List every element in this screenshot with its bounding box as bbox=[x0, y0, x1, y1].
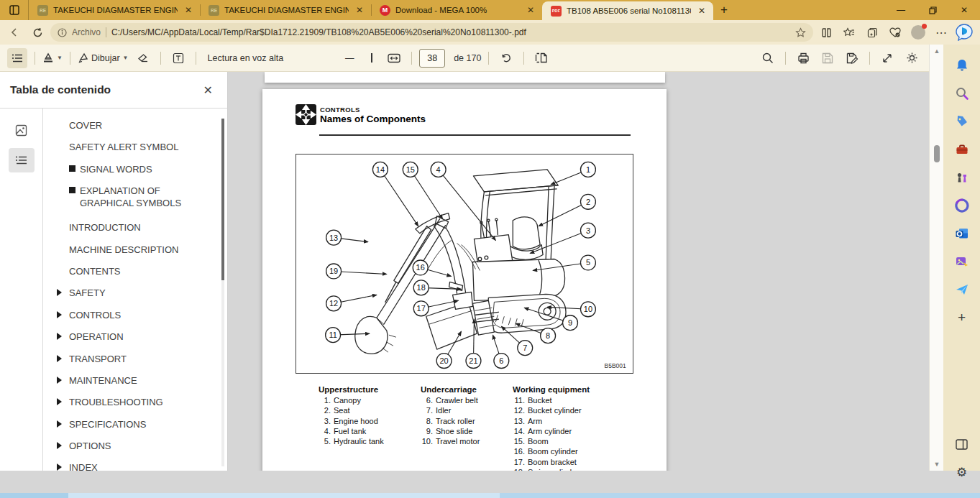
pdf-viewport[interactable]: CONTROLS Names of Components bbox=[228, 72, 929, 471]
refresh-button[interactable] bbox=[27, 23, 47, 42]
draw-button[interactable]: Dibujar ▼ bbox=[78, 48, 129, 68]
expand-arrow-icon[interactable] bbox=[57, 311, 62, 318]
sidebar-search-icon[interactable] bbox=[954, 86, 970, 101]
print-button[interactable] bbox=[793, 48, 813, 68]
highlight-button[interactable]: ▼ bbox=[42, 48, 63, 68]
read-aloud-button[interactable]: Lectura en voz alta bbox=[203, 48, 288, 68]
minimize-button[interactable]: — bbox=[885, 0, 917, 20]
expand-arrow-icon[interactable] bbox=[57, 289, 62, 296]
tab-actions-icon bbox=[9, 5, 19, 15]
microsoft-365-icon[interactable] bbox=[954, 198, 970, 213]
expand-arrow-icon[interactable] bbox=[57, 442, 62, 449]
erase-button[interactable] bbox=[133, 48, 153, 68]
more-menu-button[interactable]: ⋯ bbox=[931, 23, 951, 42]
toc-item-troubleshooting[interactable]: TROUBLESHOOTING bbox=[69, 394, 220, 415]
expand-arrow-icon[interactable] bbox=[57, 398, 62, 405]
toc-item-transport[interactable]: TRANSPORT bbox=[69, 351, 220, 372]
upperstructure-list: Upperstructure 1.Canopy 2.Seat 3.Engine … bbox=[319, 385, 384, 446]
tab-close-icon[interactable]: ✕ bbox=[183, 5, 194, 15]
square-bullet-icon bbox=[69, 187, 75, 193]
page-number-input[interactable] bbox=[419, 49, 445, 68]
toc-item-index[interactable]: INDEX bbox=[69, 459, 220, 471]
tab-takeuchi-2[interactable]: RE TAKEUCHI DIAGMASTER ENGINE ✕ bbox=[200, 0, 371, 20]
tab-close-icon[interactable]: ✕ bbox=[696, 6, 707, 16]
expand-arrow-icon[interactable] bbox=[57, 355, 62, 362]
pdf-scrollbar[interactable]: ▲ ▼ bbox=[929, 45, 943, 471]
toc-scrollbar[interactable] bbox=[221, 119, 224, 466]
toc-close-button[interactable]: ✕ bbox=[203, 83, 213, 97]
save-button[interactable] bbox=[818, 48, 838, 68]
toc-item-options[interactable]: OPTIONS bbox=[69, 438, 220, 459]
pdf-settings-button[interactable] bbox=[902, 48, 922, 68]
toc-item-safety-alert-symbol[interactable]: SAFETY ALERT SYMBOL bbox=[69, 139, 220, 160]
outlook-icon[interactable] bbox=[954, 226, 970, 241]
tab-actions-menu-button[interactable] bbox=[0, 0, 29, 20]
scroll-down-arrow[interactable]: ▼ bbox=[930, 461, 944, 468]
restore-button[interactable] bbox=[917, 0, 948, 20]
favorites-button[interactable] bbox=[839, 23, 859, 42]
image-creator-icon[interactable] bbox=[954, 254, 970, 269]
sidebar-settings-button[interactable]: ⚙ bbox=[954, 464, 970, 480]
tab-mega-download[interactable]: M Download - MEGA 100% ✕ bbox=[371, 0, 542, 20]
sidebar-panel-button[interactable] bbox=[954, 436, 970, 452]
table-of-contents-icon bbox=[12, 53, 23, 63]
add-text-button[interactable] bbox=[168, 48, 188, 68]
games-chess-icon[interactable] bbox=[954, 170, 970, 185]
sidebar-add-button[interactable]: + bbox=[954, 310, 970, 326]
toc-item-maintenance[interactable]: MAINTENANCE bbox=[69, 372, 220, 394]
scrollbar-thumb[interactable] bbox=[934, 145, 940, 162]
favorite-star-icon[interactable] bbox=[795, 27, 806, 38]
close-window-button[interactable]: ✕ bbox=[948, 0, 980, 20]
tab-pdf-active[interactable]: PDF TB108 AB5E006 serial No1081130 ✕ bbox=[542, 1, 713, 20]
tab-title: TB108 AB5E006 serial No1081130 bbox=[567, 6, 691, 15]
bing-copilot-button[interactable] bbox=[954, 23, 974, 42]
split-screen-button[interactable] bbox=[816, 23, 836, 42]
new-tab-button[interactable]: + bbox=[713, 0, 735, 20]
address-bar[interactable]: Archivo C:/Users/MC/AppData/Local/Temp/R… bbox=[50, 23, 813, 42]
collections-button[interactable] bbox=[862, 23, 882, 42]
rotate-button[interactable] bbox=[496, 48, 516, 68]
shopping-tag-icon[interactable] bbox=[954, 114, 970, 129]
toc-item-specifications[interactable]: SPECIFICATIONS bbox=[69, 416, 220, 438]
toc-item-introduction[interactable]: INTRODUCTION bbox=[69, 219, 220, 241]
eraser-icon bbox=[137, 53, 149, 63]
toolbar-divider bbox=[160, 52, 161, 65]
tab-close-icon[interactable]: ✕ bbox=[525, 5, 536, 15]
toc-item-cover[interactable]: COVER bbox=[69, 117, 220, 139]
notification-bell-icon[interactable] bbox=[954, 57, 970, 73]
back-button[interactable] bbox=[4, 23, 24, 42]
thumbnails-view-button[interactable] bbox=[9, 118, 35, 142]
tab-takeuchi-1[interactable]: RE TAKEUCHI DIAGMASTER ENGINE ✕ bbox=[29, 0, 200, 20]
toc-item-signal-words[interactable]: SIGNAL WORDS bbox=[69, 161, 220, 183]
save-as-button[interactable] bbox=[842, 48, 862, 68]
profile-button[interactable] bbox=[908, 23, 928, 42]
toc-toggle-button[interactable] bbox=[7, 48, 27, 68]
tab-close-icon[interactable]: ✕ bbox=[354, 5, 365, 15]
toc-scrollbar-thumb[interactable] bbox=[221, 119, 224, 280]
zoom-slider-handle[interactable] bbox=[371, 53, 372, 63]
list-header: Upperstructure bbox=[319, 385, 384, 394]
section-label: CONTROLS bbox=[320, 106, 360, 114]
page-view-button[interactable] bbox=[531, 48, 551, 68]
toc-item-contents[interactable]: CONTENTS bbox=[69, 263, 220, 285]
expand-arrow-icon[interactable] bbox=[57, 333, 62, 340]
fit-to-width-button[interactable] bbox=[384, 48, 404, 68]
browser-essentials-button[interactable] bbox=[885, 23, 905, 42]
toc-item-controls[interactable]: CONTROLS bbox=[69, 307, 220, 328]
expand-arrow-icon[interactable] bbox=[57, 464, 62, 471]
toc-item-machine-description[interactable]: MACHINE DESCRIPTION bbox=[69, 241, 220, 263]
search-document-button[interactable] bbox=[758, 48, 778, 68]
expand-arrow-icon[interactable] bbox=[57, 420, 62, 428]
toolbar-divider bbox=[35, 52, 35, 65]
toc-item-operation[interactable]: OPERATION bbox=[69, 328, 220, 350]
drop-app-icon[interactable] bbox=[954, 282, 970, 298]
tools-toolbox-icon[interactable] bbox=[954, 142, 970, 157]
expand-arrow-icon[interactable] bbox=[57, 377, 62, 384]
fullscreen-button[interactable] bbox=[877, 48, 897, 68]
zoom-out-button[interactable]: — bbox=[339, 48, 360, 68]
toc-item-explanation-graphical-symbols[interactable]: EXPLANATION OF GRAPHICAL SYMBOLS bbox=[69, 183, 213, 219]
scroll-up-arrow[interactable]: ▲ bbox=[930, 47, 944, 55]
toc-item-safety[interactable]: SAFETY bbox=[69, 285, 220, 306]
browser-window: RE TAKEUCHI DIAGMASTER ENGINE ✕ RE TAKEU… bbox=[0, 0, 980, 498]
outline-view-button[interactable] bbox=[9, 148, 35, 172]
